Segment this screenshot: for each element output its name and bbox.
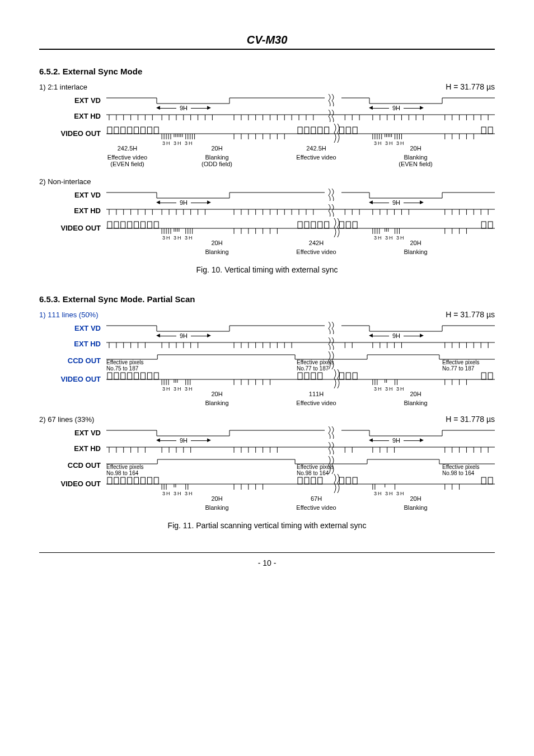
panel-title: 2) Non-interlace	[39, 177, 495, 186]
svg-rect-53	[147, 127, 152, 134]
fig11-panel-1: 1) 111 lines (50%) H = 31.778 µs EXT VD …	[39, 308, 495, 406]
svg-rect-352	[481, 477, 486, 484]
annot-242h: 242H	[280, 240, 353, 248]
svg-rect-81	[311, 127, 316, 134]
section-heading-653: 6.5.3. External Sync Mode. Partial Scan	[39, 294, 495, 304]
ext-vd-waveform: 9H 9H	[106, 187, 495, 203]
row-label-ccd-out: CCD OUT	[39, 356, 106, 365]
svg-rect-186	[346, 222, 350, 228]
svg-rect-320	[121, 477, 125, 484]
svg-rect-86	[353, 127, 357, 134]
svg-rect-154	[121, 222, 125, 228]
section-heading-652: 6.5.2. External Sync Mode	[39, 67, 495, 76]
row-label-video-out: VIDEO OUT	[39, 129, 106, 138]
tiny-3h-labels: 3H 3H 3H	[162, 386, 194, 392]
annot-242-5h-b: 242.5H	[280, 145, 353, 154]
tiny-3h-labels: 3H 3H 3H	[162, 140, 194, 146]
svg-rect-52	[140, 127, 145, 134]
row-label-ext-vd: EXT VD	[39, 96, 106, 105]
tiny-3h-labels: 3H 3H 3H	[374, 235, 405, 241]
svg-rect-283	[481, 373, 486, 379]
panel-title: 2) 67 lines (33%)	[39, 415, 94, 424]
svg-rect-265	[298, 373, 302, 379]
row-label-ext-vd: EXT VD	[39, 324, 106, 332]
annot-blanking: Blanking	[154, 400, 280, 406]
video-out-waveform: 3H 3H 3H 3H 3H 3H	[106, 218, 495, 237]
svg-rect-323	[140, 477, 145, 484]
svg-rect-83	[325, 127, 329, 134]
video-out-waveform: 3H 3H 3H 3H 3H 3H	[106, 124, 495, 143]
svg-rect-187	[353, 222, 357, 228]
svg-rect-51	[134, 127, 139, 134]
svg-rect-79	[298, 127, 302, 134]
svg-rect-271	[353, 373, 357, 379]
svg-rect-181	[305, 222, 309, 228]
svg-rect-324	[147, 477, 152, 484]
annot-242-5h: 242.5H	[101, 145, 154, 154]
tiny-3h-labels: 3H 3H 3H	[162, 235, 194, 241]
svg-rect-155	[128, 222, 132, 228]
svg-rect-84	[339, 127, 344, 134]
row-label-ext-vd: EXT VD	[39, 429, 106, 437]
annot-effective: Effective video	[280, 154, 353, 167]
svg-rect-245	[134, 373, 139, 379]
row-label-video-out: VIDEO OUT	[39, 224, 106, 232]
svg-rect-184	[325, 222, 329, 228]
svg-rect-344	[353, 477, 357, 484]
page-header-title: CV-M30	[39, 34, 495, 50]
svg-rect-325	[154, 477, 158, 484]
svg-rect-202	[481, 222, 486, 228]
svg-rect-153	[114, 222, 119, 228]
tiny-3h-labels: 3H 3H 3H	[374, 386, 405, 392]
svg-rect-318	[107, 477, 112, 484]
annot-blanking-odd: Blanking (ODD field)	[154, 154, 280, 167]
tiny-3h-labels: 3H 3H 3H	[374, 140, 405, 146]
svg-rect-246	[140, 373, 145, 379]
svg-rect-353	[488, 477, 493, 484]
ext-hd-waveform	[106, 108, 495, 124]
fig11-panel-2: 2) 67 lines (33%) H = 31.778 µs EXT VD 9…	[39, 413, 495, 511]
annot-effective: Effective video	[280, 504, 353, 511]
row-label-ext-hd: EXT HD	[39, 206, 106, 215]
row-label-ext-hd: EXT HD	[39, 444, 106, 453]
svg-rect-242	[114, 373, 119, 379]
svg-rect-82	[318, 127, 322, 134]
ext-hd-waveform	[106, 336, 495, 351]
video-out-waveform: 3H 3H 3H 3H 3H 3H	[106, 474, 495, 493]
svg-rect-339	[305, 477, 309, 484]
svg-rect-183	[318, 222, 322, 228]
ext-vd-waveform: 9H 9H	[106, 92, 495, 108]
svg-rect-321	[128, 477, 132, 484]
annot-blanking: Blanking	[353, 400, 479, 406]
svg-rect-152	[107, 222, 112, 228]
svg-rect-322	[134, 477, 139, 484]
annot-20h: 20H	[154, 240, 280, 248]
svg-rect-48	[114, 127, 119, 134]
svg-rect-107	[488, 127, 493, 134]
annot-blanking-even: Blanking (EVEN field)	[353, 154, 479, 167]
svg-rect-268	[318, 373, 322, 379]
annot-effective-even: Effective video (EVEN field)	[101, 154, 154, 167]
tiny-3h-labels: 3H 3H 3H	[162, 491, 194, 496]
annot-20h: 20H	[154, 391, 280, 400]
svg-rect-85	[346, 127, 350, 134]
h-constant: H = 31.778 µs	[446, 415, 495, 424]
svg-rect-244	[128, 373, 132, 379]
ext-hd-waveform	[106, 203, 495, 218]
svg-rect-270	[346, 373, 350, 379]
svg-rect-343	[346, 477, 350, 484]
panel-title: 1) 111 lines (50%)	[39, 311, 99, 319]
row-label-ext-hd: EXT HD	[39, 340, 106, 348]
annot-blanking: Blanking	[154, 248, 280, 255]
annot-20h: 20H	[353, 391, 479, 400]
svg-rect-243	[121, 373, 125, 379]
svg-rect-106	[481, 127, 486, 134]
footer-divider	[39, 552, 495, 553]
h-constant: H = 31.778 µs	[446, 82, 495, 91]
svg-rect-49	[121, 127, 125, 134]
annot-20h: 20H	[154, 495, 280, 504]
h-constant: H = 31.778 µs	[446, 310, 495, 319]
svg-rect-266	[305, 373, 309, 379]
row-label-video-out: VIDEO OUT	[39, 375, 106, 383]
ext-hd-waveform	[106, 440, 495, 456]
